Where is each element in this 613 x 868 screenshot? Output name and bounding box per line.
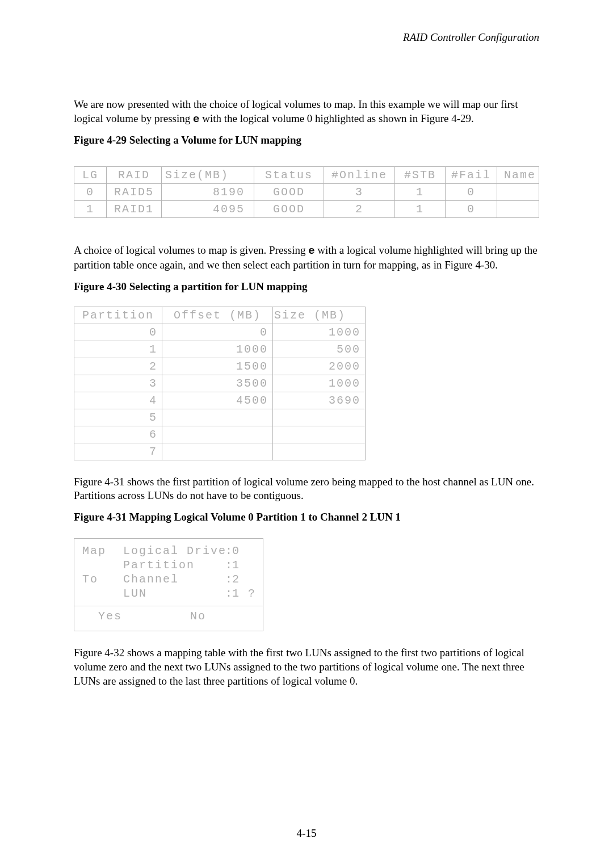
pt-size [273,409,366,426]
partition-row[interactable]: 6 [74,426,366,443]
vt-name [497,201,539,218]
pt-part: 2 [74,358,162,375]
partition-row[interactable]: 5 [74,409,366,426]
vt-name [497,184,539,201]
pt-off: 0 [162,324,273,341]
pt-size: 1000 [273,324,366,341]
map-lun-label: LUN [123,587,225,600]
no-button[interactable]: No [190,610,206,623]
map-ld-value: 0 [232,544,255,557]
paragraph-1: We are now presented with the choice of … [74,98,539,126]
pt-part: 6 [74,426,162,443]
para1-b: with the logical volume 0 highlighted as… [199,112,473,124]
pt-part: 3 [74,375,162,392]
yes-button[interactable]: Yes [98,610,122,623]
vt-h-online: #Online [324,167,395,184]
pt-size [273,426,366,443]
pt-size: 500 [273,341,366,358]
pt-h-off: Offset (MB) [162,307,273,324]
vt-raid: RAID5 [107,184,162,201]
partition-row[interactable]: 445003690 [74,392,366,409]
vt-h-fail: #Fail [446,167,497,184]
pt-off: 3500 [162,375,273,392]
pt-off [162,443,273,460]
pt-size [273,443,366,460]
partition-row[interactable]: 001000 [74,324,366,341]
vt-online: 3 [324,184,395,201]
to-label: To [82,573,123,586]
pt-size: 3690 [273,392,366,409]
figure-29-caption: Figure 4-29 Selecting a Volume for LUN m… [74,134,539,146]
vt-fail: 0 [446,184,497,201]
page-number: 4-15 [0,827,613,840]
vt-raid: RAID1 [107,201,162,218]
paragraph-4: Figure 4-32 shows a mapping table with t… [74,646,539,688]
pt-off [162,426,273,443]
pt-size: 1000 [273,375,366,392]
vt-size: 8190 [162,184,254,201]
map-chan-label: Channel [123,573,225,586]
partition-row[interactable]: 7 [74,443,366,460]
vt-lg: 0 [74,184,107,201]
paragraph-3: Figure 4-31 shows the first partition of… [74,475,539,503]
pt-size: 2000 [273,358,366,375]
partition-table-header: Partition Offset (MB) Size (MB) [74,307,366,324]
map-part-label: Partition [123,559,225,572]
pt-off [162,409,273,426]
partition-table: Partition Offset (MB) Size (MB) 001000 1… [74,307,366,460]
spacer [82,559,123,572]
volume-row[interactable]: 0 RAID5 8190 GOOD 3 1 0 [74,184,539,201]
vt-h-raid: RAID [107,167,162,184]
vt-stb: 1 [395,201,446,218]
pt-part: 7 [74,443,162,460]
para2-a: A choice of logical volumes to map is gi… [74,244,308,256]
vt-h-size: Size(MB) [162,167,254,184]
vt-h-status: Status [254,167,324,184]
partition-row[interactable]: 335001000 [74,375,366,392]
vt-fail: 0 [446,201,497,218]
figure-30-caption: Figure 4-30 Selecting a partition for LU… [74,280,539,293]
colon-icon: : [225,587,232,600]
pt-h-size: Size (MB) [273,307,366,324]
volume-table-header: LG RAID Size(MB) Status #Online #STB #Fa… [74,167,539,184]
map-label: Map [82,544,123,557]
map-ld-label: Logical Drive [123,544,225,557]
pt-off: 4500 [162,392,273,409]
map-chan-value: 2 [232,573,255,586]
pt-off: 1000 [162,341,273,358]
map-dialog: Map Logical Drive : 0 Partition : 1 To C… [74,538,263,631]
partition-row[interactable]: 215002000 [74,358,366,375]
spacer [82,587,123,600]
colon-icon: : [225,559,232,572]
pt-part: 4 [74,392,162,409]
doc-header-title: RAID Controller Configuration [74,31,539,44]
para1-key: e [193,113,199,125]
vt-h-name: Name [497,167,539,184]
vt-stb: 1 [395,184,446,201]
pt-h-part: Partition [74,307,162,324]
vt-h-stb: #STB [395,167,446,184]
paragraph-2: A choice of logical volumes to map is gi… [74,244,539,272]
vt-status: GOOD [254,184,324,201]
pt-part: 5 [74,409,162,426]
volume-table: LG RAID Size(MB) Status #Online #STB #Fa… [74,166,539,218]
figure-31-caption: Figure 4-31 Mapping Logical Volume 0 Par… [74,511,539,523]
pt-part: 0 [74,324,162,341]
pt-off: 1500 [162,358,273,375]
vt-lg: 1 [74,201,107,218]
colon-icon: : [225,573,232,586]
vt-h-lg: LG [74,167,107,184]
volume-row[interactable]: 1 RAID1 4095 GOOD 2 1 0 [74,201,539,218]
map-lun-value: 1 ? [232,587,255,600]
partition-row[interactable]: 11000500 [74,341,366,358]
map-part-value: 1 [232,559,255,572]
vt-online: 2 [324,201,395,218]
vt-status: GOOD [254,201,324,218]
pt-part: 1 [74,341,162,358]
vt-size: 4095 [162,201,254,218]
para2-key: e [308,245,314,257]
colon-icon: : [225,544,232,557]
